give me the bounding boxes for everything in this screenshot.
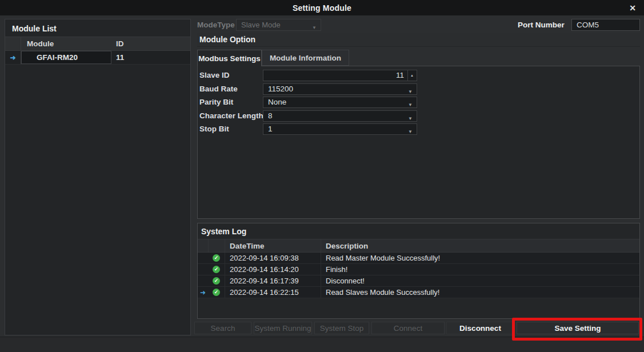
system-running-button[interactable]: System Running <box>254 322 312 334</box>
parity-bit-select[interactable]: None ▼ <box>263 97 417 108</box>
system-stop-button[interactable]: System Stop <box>314 322 369 334</box>
disconnect-button[interactable]: Disconnect <box>446 322 514 334</box>
tab-module-information[interactable]: Module Information <box>262 50 349 66</box>
selection-arrow-icon: ➜ <box>10 54 15 61</box>
log-gutter-header <box>198 239 208 252</box>
success-icon: ✓ <box>208 264 225 275</box>
spinner-buttons: ▲ ▼ <box>407 70 416 81</box>
port-number-input[interactable] <box>571 19 640 31</box>
system-log-header: DateTime Description <box>198 239 639 253</box>
parity-bit-value: None <box>268 98 286 106</box>
success-icon: ✓ <box>208 275 225 286</box>
log-row-gutter: ➜ <box>198 287 208 298</box>
row-selection-gutter: ➜ <box>5 51 21 64</box>
log-datetime: 2022-09-14 16:22:15 <box>225 287 321 298</box>
module-list-panel: Module List Module ID ➜ GFAI-RM20 11 <box>5 19 191 335</box>
module-list-gutter-header <box>5 37 21 50</box>
log-row-gutter <box>198 275 208 286</box>
success-icon: ✓ <box>208 253 225 263</box>
log-datetime: 2022-09-14 16:14:20 <box>225 264 321 275</box>
baud-rate-value: 115200 <box>268 85 293 93</box>
log-row[interactable]: ✓ 2022-09-14 16:17:39 Disconnect! <box>198 275 639 287</box>
success-icon: ✓ <box>208 287 225 298</box>
log-row-gutter <box>198 264 208 275</box>
slave-id-label: Slave ID <box>199 71 230 79</box>
log-description: Finish! <box>321 264 639 275</box>
baud-rate-label: Baud Rate <box>199 85 238 93</box>
connect-button[interactable]: Connect <box>371 322 445 334</box>
tab-modbus-settings[interactable]: Modbus Settings <box>197 50 262 66</box>
log-description: Read Slaves Module Successfully! <box>321 287 639 298</box>
log-row-gutter <box>198 253 208 263</box>
log-datetime: 2022-09-14 16:17:39 <box>225 275 321 286</box>
baud-rate-select[interactable]: 115200 ▼ <box>263 83 417 95</box>
modetype-label: ModeType <box>197 21 235 29</box>
slave-id-stepper[interactable]: 11 ▲ ▼ <box>263 70 417 81</box>
module-option-title: Module Option <box>197 35 255 44</box>
log-status-column-header <box>208 239 225 252</box>
character-length-select[interactable]: 8 ▼ <box>263 110 417 122</box>
module-option-header: Module Option <box>197 33 640 47</box>
chevron-down-icon: ▼ <box>408 114 413 124</box>
window-title: Setting Module <box>293 3 351 13</box>
stop-bit-value: 1 <box>268 125 273 133</box>
module-list-title: Module List <box>5 19 190 36</box>
log-datetime: 2022-09-14 16:09:38 <box>225 253 321 263</box>
titlebar: Setting Module <box>0 0 644 15</box>
system-log-panel: System Log DateTime Description ✓ 2022-0… <box>197 223 640 319</box>
module-list-header: Module ID <box>5 37 190 51</box>
close-icon[interactable]: ✕ <box>626 2 639 14</box>
log-row[interactable]: ➜ ✓ 2022-09-14 16:22:15 Read Slaves Modu… <box>198 287 639 298</box>
module-column-header: Module <box>21 39 111 48</box>
search-button[interactable]: Search <box>194 322 251 334</box>
stop-bit-label: Stop Bit <box>199 125 229 133</box>
parity-bit-label: Parity Bit <box>199 98 233 106</box>
module-id-cell[interactable]: 11 <box>111 51 190 64</box>
table-row[interactable]: ➜ GFAI-RM20 11 <box>5 51 190 65</box>
module-name-cell[interactable]: GFAI-RM20 <box>21 51 111 64</box>
port-number-label: Port Number <box>518 21 565 29</box>
character-length-value: 8 <box>268 111 273 120</box>
chevron-down-icon: ▼ <box>408 127 413 137</box>
datetime-column-header: DateTime <box>225 239 321 252</box>
chevron-down-icon: ▼ <box>408 87 413 97</box>
spin-up-icon[interactable]: ▲ <box>408 70 416 81</box>
modetype-select: Slave Mode ▼ <box>236 19 321 31</box>
chevron-down-icon: ▼ <box>312 22 317 33</box>
id-column-header: ID <box>111 39 190 48</box>
save-setting-button[interactable]: Save Setting <box>517 322 639 334</box>
log-description: Disconnect! <box>321 275 639 286</box>
log-description: Read Master Module Successfully! <box>321 253 639 263</box>
stop-bit-select[interactable]: 1 ▼ <box>263 123 417 135</box>
slave-id-value: 11 <box>396 70 404 81</box>
character-length-label: Character Length <box>199 111 263 120</box>
log-row[interactable]: ✓ 2022-09-14 16:09:38 Read Master Module… <box>198 253 639 264</box>
system-log-title: System Log <box>198 223 639 238</box>
log-row[interactable]: ✓ 2022-09-14 16:14:20 Finish! <box>198 264 639 275</box>
description-column-header: Description <box>321 239 639 252</box>
chevron-down-icon: ▼ <box>408 100 413 110</box>
modetype-value: Slave Mode <box>241 21 281 29</box>
current-row-arrow-icon: ➜ <box>200 289 206 296</box>
